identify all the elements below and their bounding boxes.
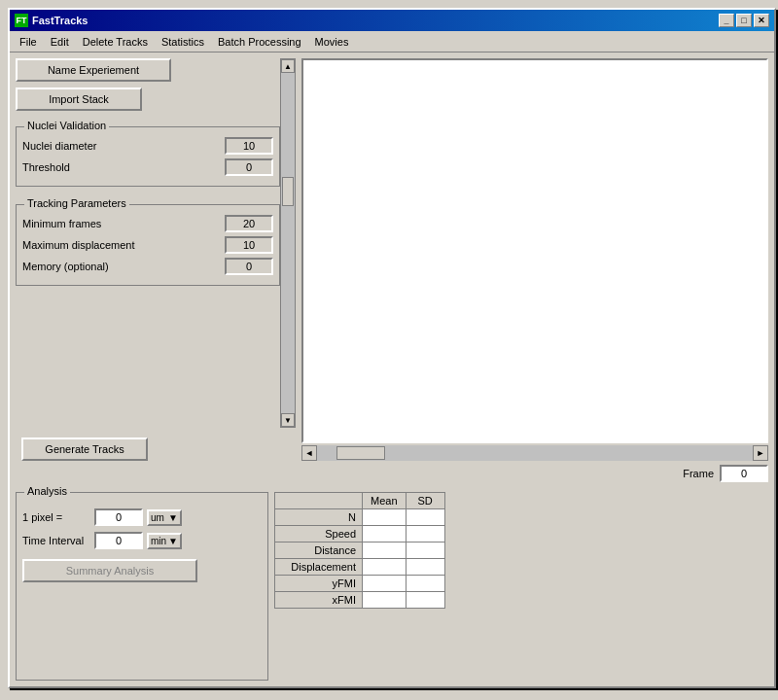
generate-row: Generate Tracks — [16, 434, 296, 465]
stats-row-displacement: Displacement — [275, 559, 445, 576]
stats-mean-yfmi — [363, 576, 407, 592]
tracking-parameters-group: Tracking Parameters Minimum frames Maxim… — [16, 204, 280, 286]
window-title: FastTracks — [32, 15, 88, 26]
hscroll-track — [317, 445, 753, 461]
time-unit-dropdown[interactable]: min ▼ — [147, 533, 182, 549]
stats-row-yfmi: yFMI — [275, 576, 445, 592]
pixel-row: 1 pixel = um ▼ — [22, 508, 262, 526]
stats-label-distance: Distance — [275, 542, 363, 559]
max-displacement-row: Maximum displacement — [22, 236, 273, 254]
memory-input[interactable] — [225, 258, 273, 275]
stats-sd-xfmi — [406, 592, 444, 609]
stats-mean-xfmi — [363, 592, 407, 609]
analysis-group: Analysis 1 pixel = um ▼ Time Interval — [16, 492, 268, 681]
nuclei-diameter-label: Nuclei diameter — [22, 140, 221, 152]
generate-tracks-button[interactable]: Generate Tracks — [21, 438, 148, 461]
vscroll-thumb[interactable] — [282, 177, 294, 206]
bottom-section: Analysis 1 pixel = um ▼ Time Interval — [10, 492, 774, 686]
threshold-input[interactable] — [225, 158, 273, 176]
stats-row-distance: Distance — [275, 542, 445, 559]
frame-input[interactable] — [720, 465, 768, 482]
summary-analysis-button[interactable]: Summary Analysis — [22, 559, 197, 582]
stats-header-label — [275, 493, 363, 509]
hscroll-right-button[interactable]: ► — [753, 445, 768, 461]
nuclei-diameter-row: Nuclei diameter — [22, 137, 273, 155]
stats-sd-distance — [406, 542, 444, 559]
time-row: Time Interval min ▼ — [22, 532, 262, 549]
pixel-input[interactable] — [94, 508, 143, 526]
menu-bar: File Edit Delete Tracks Statistics Batch… — [10, 31, 774, 52]
menu-delete-tracks[interactable]: Delete Tracks — [77, 34, 154, 50]
menu-edit[interactable]: Edit — [45, 34, 75, 50]
controls-content: Name Experiement Import Stack Nuclei Val… — [16, 58, 280, 428]
stats-row-xfmi: xFMI — [275, 592, 445, 609]
right-panel: ◄ ► Frame — [301, 52, 774, 492]
pixel-unit-label: um — [151, 512, 164, 523]
stats-mean-distance — [363, 542, 407, 559]
tracking-parameters-title: Tracking Parameters — [24, 197, 129, 209]
pixel-unit-dropdown[interactable]: um ▼ — [147, 509, 182, 526]
title-bar: FT FastTracks _ □ ✕ — [10, 10, 774, 31]
menu-movies[interactable]: Movies — [309, 34, 355, 50]
stats-header-sd: SD — [406, 493, 444, 509]
stats-mean-displacement — [363, 559, 407, 576]
stats-header-mean: Mean — [363, 493, 407, 509]
stats-mean-speed — [363, 526, 407, 542]
frame-label: Frame — [683, 468, 714, 479]
hscroll-thumb[interactable] — [336, 446, 385, 460]
app-icon: FT — [15, 14, 28, 27]
stats-label-xfmi: xFMI — [275, 592, 363, 609]
horizontal-scrollbar: ◄ ► — [301, 445, 768, 461]
stats-row-speed: Speed — [275, 526, 445, 542]
vscroll-down-button[interactable]: ▼ — [281, 413, 295, 427]
max-displacement-input[interactable] — [225, 236, 273, 254]
time-interval-label: Time Interval — [22, 535, 90, 546]
pixel-unit-arrow: ▼ — [168, 512, 178, 523]
main-window: FT FastTracks _ □ ✕ File Edit Delete Tra… — [8, 8, 776, 688]
stats-sd-speed — [406, 526, 444, 542]
hscroll-left-button[interactable]: ◄ — [301, 445, 317, 461]
title-bar-left: FT FastTracks — [15, 14, 88, 27]
time-unit-arrow: ▼ — [168, 536, 178, 546]
threshold-row: Threshold — [22, 158, 273, 176]
min-frames-input[interactable] — [225, 215, 273, 232]
stats-sd-n — [406, 509, 444, 526]
stats-label-n: N — [275, 509, 363, 526]
memory-row: Memory (optional) — [22, 258, 273, 275]
time-interval-input[interactable] — [94, 532, 143, 549]
time-unit-label: min — [151, 536, 166, 546]
threshold-label: Threshold — [22, 161, 221, 173]
minimize-button[interactable]: _ — [719, 14, 734, 27]
stats-mean-n — [363, 509, 407, 526]
min-frames-row: Minimum frames — [22, 215, 273, 232]
stats-row-n: N — [275, 509, 445, 526]
left-vscrollbar: ▲ ▼ — [280, 58, 296, 428]
stats-table: Mean SD N Speed — [274, 492, 445, 609]
menu-file[interactable]: File — [14, 34, 43, 50]
analysis-title: Analysis — [24, 485, 70, 497]
pixel-label: 1 pixel = — [22, 511, 90, 523]
memory-label: Memory (optional) — [22, 261, 221, 272]
frame-row: Frame — [301, 461, 768, 486]
stats-label-speed: Speed — [275, 526, 363, 542]
import-stack-button[interactable]: Import Stack — [16, 88, 142, 111]
stats-label-yfmi: yFMI — [275, 576, 363, 592]
nuclei-diameter-input[interactable] — [225, 137, 273, 155]
left-scroll-area: Name Experiement Import Stack Nuclei Val… — [16, 58, 296, 428]
menu-statistics[interactable]: Statistics — [156, 34, 210, 50]
stats-sd-displacement — [406, 559, 444, 576]
image-canvas — [301, 58, 768, 443]
name-experiment-button[interactable]: Name Experiement — [16, 58, 171, 82]
stats-label-displacement: Displacement — [275, 559, 363, 576]
maximize-button[interactable]: □ — [736, 14, 752, 27]
stats-sd-yfmi — [406, 576, 444, 592]
menu-batch-processing[interactable]: Batch Processing — [212, 34, 307, 50]
vscroll-up-button[interactable]: ▲ — [281, 59, 295, 73]
left-panel: Name Experiement Import Stack Nuclei Val… — [10, 52, 301, 492]
min-frames-label: Minimum frames — [22, 218, 221, 229]
nuclei-validation-group: Nuclei Validation Nuclei diameter Thresh… — [16, 126, 280, 187]
close-button[interactable]: ✕ — [754, 14, 769, 27]
max-displacement-label: Maximum displacement — [22, 239, 221, 251]
stats-table-container: Mean SD N Speed — [274, 492, 768, 681]
nuclei-validation-title: Nuclei Validation — [24, 120, 109, 131]
